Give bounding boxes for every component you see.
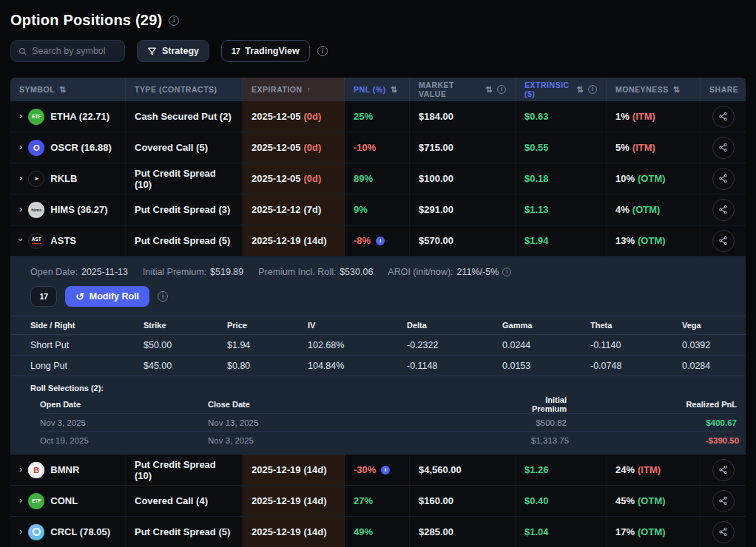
sort-asc-icon: ↑ [307, 85, 311, 94]
table-body-bottom: ›BBMNRPut Credit Spread (10)2025-12-19(1… [10, 455, 746, 547]
expiration-cell: 2025-12-19(14d) [243, 225, 345, 256]
column-header-expiration[interactable]: EXPIRATION ↑ [243, 78, 345, 101]
modify-roll-button[interactable]: ↺ Modify Roll [65, 286, 149, 307]
chevron-right-icon[interactable]: › [19, 204, 22, 214]
type-cell: Put Credit Spread (5) [126, 517, 243, 547]
table-body-top: ›ETFETHA (22.71)Cash Secured Put (2)2025… [10, 101, 746, 256]
column-header-moneyness[interactable]: MONEYNESS ⇅ [607, 78, 701, 101]
symbol-label: RKLB [50, 173, 77, 184]
chevron-right-icon[interactable]: › [19, 464, 22, 474]
column-header-symbol[interactable]: SYMBOL ⇅ [10, 78, 126, 101]
expiration-date: 2025-12-19 [252, 526, 301, 537]
controls-bar: Strategy 17 TradingView i [10, 40, 746, 62]
symbol-cell: ›BBMNR [10, 455, 126, 485]
extrinsic-value: $0.18 [524, 173, 549, 184]
share-cell [701, 101, 746, 132]
market-value-info-icon[interactable]: i [497, 85, 506, 94]
rolls-column-header: Initial Premium [531, 395, 567, 413]
tradingview-label: TradingView [245, 46, 299, 56]
position-row[interactable]: ›ETFETHA (22.71)Cash Secured Put (2)2025… [10, 101, 746, 132]
share-button[interactable] [712, 106, 735, 128]
type-cell: Covered Call (4) [126, 486, 243, 516]
roll-open-date: Oct 19, 2025 [40, 436, 208, 445]
tradingview-info-icon[interactable]: i [317, 46, 328, 56]
share-icon [718, 112, 728, 121]
share-button[interactable] [712, 137, 735, 159]
extrinsic-value: $1.94 [524, 235, 549, 246]
modify-roll-info-icon[interactable]: i [158, 291, 168, 302]
symbol-search[interactable] [10, 40, 125, 62]
share-button[interactable] [712, 459, 735, 481]
share-button[interactable] [712, 521, 735, 543]
share-icon [718, 174, 728, 183]
leg-price: $0.80 [227, 361, 308, 371]
chevron-right-icon[interactable]: › [19, 142, 22, 152]
chevron-right-icon[interactable]: › [19, 173, 22, 183]
moneyness-value: 13% [615, 235, 635, 246]
summary-label: Initial Premium: [143, 267, 206, 277]
summary-value: 211%/-5% [457, 267, 499, 277]
column-header-pnl[interactable]: PNL (%) ⇅ [345, 78, 410, 101]
leg-iv: 104.84% [308, 361, 407, 371]
type-cell: Cash Secured Put (2) [126, 101, 243, 132]
days-to-expiry: (14d) [304, 526, 327, 537]
title-info-icon[interactable]: i [169, 16, 179, 26]
share-button[interactable] [712, 230, 735, 252]
roll-selections: Roll Selections (2): Open DateClose Date… [10, 384, 746, 449]
position-row[interactable]: ›ETFCONLCovered Call (4)2025-12-19(14d)2… [10, 486, 746, 517]
moneyness-value: 5% [615, 142, 630, 153]
chevron-down-icon[interactable]: › [16, 238, 26, 241]
roll-open-date: Nov 3, 2025 [40, 418, 208, 427]
expiration-cell: 2025-12-19(14d) [243, 486, 345, 516]
symbol-logo-icon: ETF [28, 493, 44, 509]
position-row[interactable]: ›ASTASTSPut Credit Spread (5)2025-12-19(… [10, 225, 746, 256]
share-icon [718, 496, 728, 506]
pnl-value: -8% [354, 235, 371, 246]
position-row[interactable]: ›BBMNRPut Credit Spread (10)2025-12-19(1… [10, 455, 746, 486]
extrinsic-info-icon[interactable]: i [588, 85, 597, 94]
legs-column-header: IV [308, 321, 407, 330]
type-cell: Put Credit Spread (10) [126, 163, 243, 194]
legs-header-row: Side / RightStrikePriceIVDeltaGammaTheta… [10, 316, 746, 335]
chevron-right-icon[interactable]: › [19, 526, 22, 536]
chevron-right-icon[interactable]: › [19, 111, 22, 120]
position-row[interactable]: ›CRCL (78.05)Put Credit Spread (5)2025-1… [10, 517, 746, 547]
days-to-expiry: (14d) [304, 464, 327, 475]
share-button[interactable] [712, 490, 735, 512]
leg-gamma: 0.0244 [502, 340, 590, 350]
share-button[interactable] [712, 199, 735, 221]
position-row[interactable]: ›himsHIMS (36.27)Put Credit Spread (3)20… [10, 194, 746, 225]
position-row[interactable]: ›➤RKLBPut Credit Spread (10)2025-12-05(0… [10, 163, 746, 194]
strategy-filter-button[interactable]: Strategy [137, 40, 209, 62]
positions-table: SYMBOL ⇅ TYPE (CONTRACTS) EXPIRATION ↑ P… [10, 78, 746, 547]
column-header-market-value[interactable]: MARKET VALUE ⇅ i [410, 78, 516, 101]
position-row[interactable]: ›OOSCR (16.88)Covered Call (5)2025-12-05… [10, 132, 746, 163]
tradingview-chart-button[interactable]: 17 [30, 286, 57, 307]
tradingview-button[interactable]: 17 TradingView [221, 40, 310, 62]
extrinsic-cell: $1.94 [516, 225, 607, 256]
extrinsic-value: $0.55 [524, 142, 549, 153]
search-icon [18, 47, 27, 56]
legs-column-header: Delta [407, 321, 502, 330]
market-value-cell: $570.00 [410, 225, 516, 256]
leg-row: Long Put$45.00$0.80104.84%-0.11480.0153-… [10, 356, 746, 376]
chevron-right-icon[interactable]: › [19, 495, 22, 505]
expiration-cell: 2025-12-05(0d) [243, 101, 345, 132]
pnl-info-badge-icon[interactable]: i [376, 237, 385, 245]
column-header-extrinsic[interactable]: EXTRINSIC ($) ⇅ i [516, 78, 607, 101]
pnl-value: 25% [354, 111, 373, 122]
type-cell: Put Credit Spread (3) [126, 194, 243, 225]
aroi-info-icon[interactable]: i [502, 268, 511, 276]
moneyness-flag: (OTM) [638, 235, 666, 246]
extrinsic-value: $0.63 [524, 111, 549, 122]
summary-label: Open Date: [30, 267, 78, 277]
expiration-cell: 2025-12-19(14d) [243, 455, 345, 485]
share-button[interactable] [712, 168, 735, 190]
symbol-logo-icon: hims [28, 202, 44, 218]
column-header-type[interactable]: TYPE (CONTRACTS) [126, 78, 243, 101]
search-input[interactable] [32, 46, 117, 56]
share-icon [718, 465, 728, 475]
leg-side: Short Put [30, 340, 144, 350]
leg-iv: 102.68% [308, 340, 407, 350]
pnl-info-badge-icon[interactable]: i [381, 466, 390, 475]
